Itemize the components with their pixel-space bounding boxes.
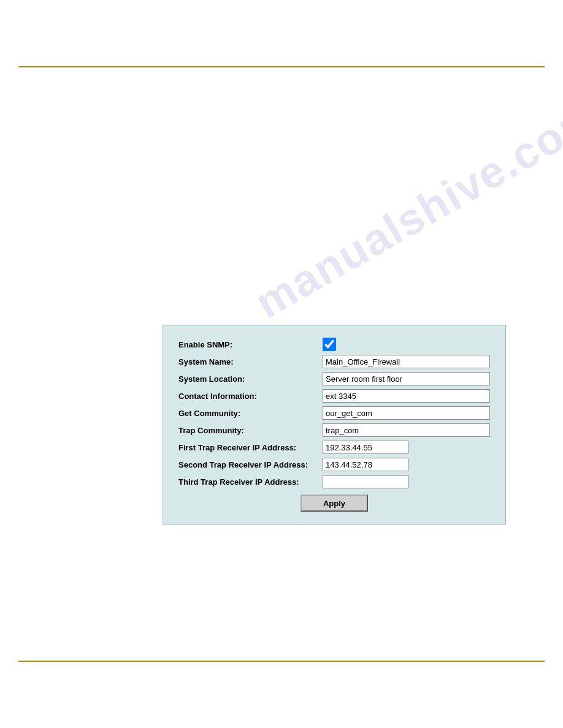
first-trap-row: First Trap Receiver IP Address: bbox=[178, 441, 490, 454]
third-trap-row: Third Trap Receiver IP Address: bbox=[178, 475, 490, 488]
enable-snmp-label: Enable SNMP: bbox=[178, 340, 323, 349]
get-community-row: Get Community: bbox=[178, 406, 490, 420]
bottom-border bbox=[18, 661, 545, 662]
system-name-row: System Name: bbox=[178, 355, 490, 368]
watermark: manualshive.com bbox=[247, 90, 563, 328]
enable-snmp-checkbox[interactable] bbox=[323, 338, 336, 351]
system-location-input[interactable] bbox=[323, 372, 490, 385]
system-name-label: System Name: bbox=[178, 357, 323, 366]
trap-community-input[interactable] bbox=[323, 423, 490, 437]
enable-snmp-row: Enable SNMP: bbox=[178, 338, 490, 351]
contact-information-input[interactable] bbox=[323, 389, 490, 403]
second-trap-row: Second Trap Receiver IP Address: bbox=[178, 458, 490, 471]
first-trap-input[interactable] bbox=[323, 441, 408, 454]
first-trap-label: First Trap Receiver IP Address: bbox=[178, 443, 323, 452]
trap-community-label: Trap Community: bbox=[178, 426, 323, 435]
third-trap-label: Third Trap Receiver IP Address: bbox=[178, 477, 323, 487]
system-name-input[interactable] bbox=[323, 355, 490, 368]
apply-button[interactable]: Apply bbox=[301, 495, 368, 512]
apply-row: Apply bbox=[178, 495, 490, 512]
contact-information-label: Contact Information: bbox=[178, 392, 323, 401]
system-location-label: System Location: bbox=[178, 374, 323, 384]
second-trap-label: Second Trap Receiver IP Address: bbox=[178, 460, 323, 469]
snmp-panel: Enable SNMP: System Name: System Locatio… bbox=[163, 325, 506, 525]
second-trap-input[interactable] bbox=[323, 458, 408, 471]
third-trap-input[interactable] bbox=[323, 475, 408, 488]
get-community-input[interactable] bbox=[323, 406, 490, 420]
top-border bbox=[18, 66, 545, 67]
get-community-label: Get Community: bbox=[178, 409, 323, 418]
contact-information-row: Contact Information: bbox=[178, 389, 490, 403]
system-location-row: System Location: bbox=[178, 372, 490, 385]
trap-community-row: Trap Community: bbox=[178, 423, 490, 437]
